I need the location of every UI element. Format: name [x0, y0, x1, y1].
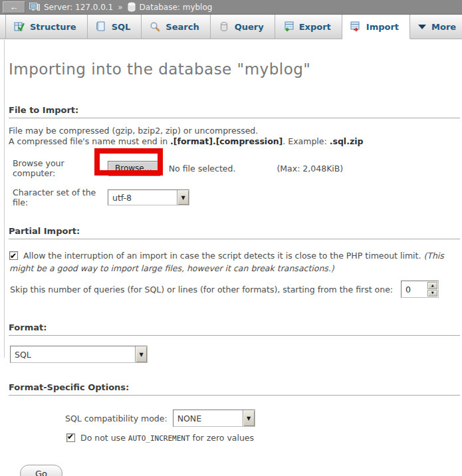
tab-sql[interactable]: SQL: [88, 15, 142, 39]
sql-compat-label: SQL compatibility mode:: [65, 414, 168, 423]
import-page: Importing into the database "myblog" Fil…: [0, 60, 462, 476]
spinner-down-button[interactable]: ▼: [427, 290, 437, 297]
tab-label: Import: [366, 22, 399, 32]
database-icon: [128, 2, 136, 12]
skip-queries-value: 0: [402, 281, 427, 297]
allow-interruption-row: ✔Allow the interruption of an import in …: [9, 249, 461, 275]
auto-increment-row: ✔Do not use AUTO_INCREMENT for zero valu…: [9, 433, 461, 443]
breadcrumb-database[interactable]: Database: myblog: [140, 3, 213, 12]
sqlzip-example: .sql.zip: [330, 136, 364, 146]
charset-selected-value: utf-8: [108, 193, 177, 203]
tab-label: Structure: [30, 22, 76, 32]
skip-queries-label: Skip this number of queries (for SQL) or…: [10, 285, 393, 295]
back-button[interactable]: ←: [3, 1, 25, 13]
spinner-up-button[interactable]: ▲: [427, 282, 437, 289]
dropdown-arrow-icon[interactable]: ▼: [135, 346, 147, 362]
browse-computer-label: Browse your computer:: [13, 158, 108, 178]
check-icon: ✔: [10, 250, 17, 263]
query-icon: [219, 21, 229, 32]
line2-prefix: A compressed file's name must end in: [9, 136, 170, 146]
sql-compat-selected-value: NONE: [173, 414, 243, 423]
dropdown-arrow-icon[interactable]: ▼: [243, 410, 255, 426]
no-file-selected-text: No file selected.: [169, 164, 236, 174]
section-heading-format-options: Format-Specific Options:: [9, 382, 460, 396]
export-icon: [283, 21, 294, 32]
tab-more[interactable]: More: [410, 15, 462, 39]
server-icon: [29, 2, 40, 12]
auto-increment-text-prefix: Do not use: [80, 433, 128, 443]
tab-label: SQL: [112, 22, 131, 32]
breadcrumb-separator: »: [117, 3, 123, 12]
charset-row: Character set of the file: utf-8 ▼: [9, 187, 461, 207]
max-size-text: (Max: 2,048KiB): [277, 164, 343, 174]
dropdown-arrow-icon[interactable]: ▼: [177, 190, 189, 205]
tab-import[interactable]: Import: [342, 15, 410, 39]
structure-icon: [14, 21, 25, 32]
compression-info-line2: A compressed file's name must end in .[f…: [9, 136, 461, 147]
skip-queries-input[interactable]: 0 ▲ ▼: [401, 281, 439, 298]
section-heading-partial-import: Partial Import:: [9, 226, 460, 239]
chevron-down-icon: [418, 25, 426, 29]
section-heading-file-to-import: File to Import:: [9, 105, 460, 118]
tab-bar: Structure SQL Search Query: [0, 15, 462, 39]
go-button[interactable]: Go: [20, 465, 62, 476]
tab-label: Export: [299, 22, 331, 32]
file-upload-row: Browse your computer: Browse… No file se…: [9, 158, 461, 178]
sql-compat-row: SQL compatibility mode: NONE ▼: [9, 410, 461, 427]
format-compression-example: .[format].[compression]: [170, 136, 283, 146]
tab-query[interactable]: Query: [211, 15, 275, 39]
breadcrumb-server[interactable]: Server: 127.0.0.1: [44, 3, 113, 12]
allow-interruption-checkbox[interactable]: ✔: [9, 251, 18, 260]
search-icon: [150, 21, 160, 32]
auto-increment-code: AUTO_INCREMENT: [128, 434, 190, 443]
tab-search[interactable]: Search: [142, 15, 210, 39]
auto-increment-text-suffix: for zero values: [190, 433, 255, 443]
format-select[interactable]: SQL ▼: [10, 346, 148, 363]
format-selected-value: SQL: [11, 350, 135, 360]
tab-structure[interactable]: Structure: [5, 15, 88, 39]
check-icon: ✔: [67, 432, 74, 441]
line2-mid: . Example:: [283, 136, 329, 146]
compression-info-line1: File may be compressed (gzip, bzip2, zip…: [9, 126, 461, 136]
tab-label: Query: [235, 22, 264, 32]
tab-label: More: [431, 22, 456, 32]
page-title: Importing into the database "myblog": [9, 60, 461, 78]
charset-label: Character set of the file:: [13, 187, 108, 207]
allow-interruption-text: Allow the interruption of an import in c…: [23, 251, 423, 261]
sql-compat-select[interactable]: NONE ▼: [173, 410, 255, 427]
breadcrumb-bar: ← Server: 127.0.0.1 » Database: myblog: [0, 0, 462, 15]
browse-button[interactable]: Browse…: [108, 161, 160, 176]
tab-label: Search: [166, 22, 199, 32]
auto-increment-checkbox[interactable]: ✔: [66, 433, 75, 442]
skip-queries-row: Skip this number of queries (for SQL) or…: [9, 281, 461, 298]
tab-export[interactable]: Export: [275, 15, 342, 39]
charset-select[interactable]: utf-8 ▼: [108, 189, 189, 205]
import-icon: [350, 21, 361, 32]
section-heading-format: Format:: [9, 322, 460, 336]
content-left-border: [4, 40, 5, 358]
sql-icon: [96, 21, 106, 32]
